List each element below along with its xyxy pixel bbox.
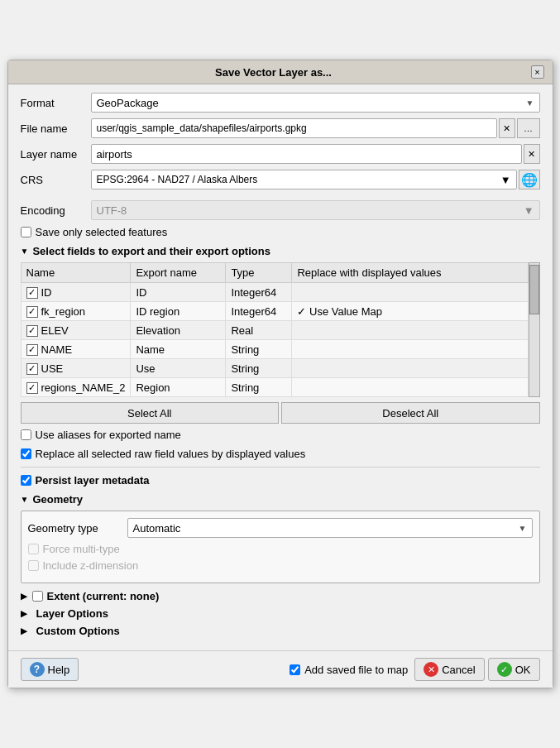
force-multi-row: Force multi-type [28,543,533,555]
field-type-cell: Real [226,321,292,340]
table-row: ✓ ID ID Integer64 [21,283,528,302]
filename-input[interactable]: user/qgis_sample_data/shapefiles/airport… [91,118,497,138]
field-checkbox[interactable]: ✓ [26,325,38,337]
layer-options-arrow: ▶ [21,609,27,618]
use-aliases-label: Use aliases for exported name [36,429,181,441]
field-replace-cell [292,283,528,302]
layername-value: airports [97,148,132,161]
geometry-type-combo[interactable]: Automatic ▼ [127,518,533,538]
custom-options-label: Custom Options [36,625,120,637]
field-export-cell: Elevation [131,321,226,340]
layername-label: Layer name [21,148,91,161]
save-selected-checkbox[interactable] [21,227,31,237]
select-all-button[interactable]: Select All [21,402,280,424]
help-icon: ? [30,662,45,677]
layername-input[interactable]: airports [91,144,522,164]
extent-arrow: ▶ [21,592,27,601]
field-export-cell: ID region [131,302,226,321]
include-z-row: Include z-dimension [28,559,533,572]
field-checkbox[interactable]: ✓ [26,344,38,356]
layername-clear-button[interactable]: ✕ [524,144,540,164]
filename-control: user/qgis_sample_data/shapefiles/airport… [91,118,540,138]
format-value: GeoPackage [97,97,159,109]
scrollbar-thumb [529,265,539,314]
add-to-map-row: Add saved file to map [290,664,408,676]
format-row: Format GeoPackage ▼ [21,93,540,113]
geometry-type-row: Geometry type Automatic ▼ [28,518,533,538]
field-replace-cell [292,321,528,340]
fields-table: Name Export name Type Replace with displ… [21,262,529,397]
geometry-combo-arrow: ▼ [519,524,527,533]
filename-clear-button[interactable]: ✕ [499,118,515,138]
help-button[interactable]: ? Help [21,658,79,681]
add-to-map-label: Add saved file to map [304,664,408,676]
deselect-all-button[interactable]: Deselect All [281,402,540,424]
format-label: Format [21,97,91,109]
use-aliases-row: Use aliases for exported name [21,429,540,441]
layername-row: Layer name airports ✕ [21,144,540,164]
geometry-title: Geometry [32,493,83,506]
save-vector-dialog: Save Vector Layer as... × Format GeoPack… [7,60,553,688]
replace-values-row: Replace all selected raw field values by… [21,448,540,460]
replace-values-label: Replace all selected raw field values by… [36,448,306,460]
persist-metadata-row: Persist layer metadata [21,474,540,487]
field-export-cell: Use [131,359,226,378]
cancel-button[interactable]: ✕ Cancel [414,658,484,681]
geometry-section-header: ▼ Geometry [21,493,540,506]
add-to-map-checkbox[interactable] [290,664,300,675]
cancel-icon: ✕ [424,662,438,677]
table-row: ✓ NAME Name String [21,340,528,359]
format-combo[interactable]: GeoPackage ▼ [91,93,540,113]
persist-metadata-checkbox[interactable] [21,475,31,486]
select-buttons-row: Select All Deselect All [21,402,540,424]
crs-value: EPSG:2964 - NAD27 / Alaska Albers [97,174,258,185]
encoding-combo-arrow: ▼ [524,204,534,217]
encoding-row: Encoding UTF-8 ▼ [21,200,540,220]
dialog-title: Save Vector Layer as... [17,66,531,79]
crs-combo[interactable]: EPSG:2964 - NAD27 / Alaska Albers ▼ [91,170,517,189]
encoding-value: UTF-8 [97,204,127,217]
field-name-cell: ✓ NAME [21,340,131,359]
field-name-cell: ✓ ELEV [21,321,131,340]
col-type: Type [226,263,292,283]
fields-scrollbar[interactable] [529,262,540,397]
force-multi-checkbox [28,544,39,554]
field-name-cell: ✓ USE [21,359,131,378]
table-row: ✓ ELEV Elevation Real [21,321,528,340]
field-checkbox[interactable]: ✓ [26,382,38,394]
field-checkbox[interactable]: ✓ [26,306,38,318]
select-fields-arrow[interactable]: ▼ [21,247,29,256]
field-type-cell: String [226,378,292,397]
fields-table-area: Name Export name Type Replace with displ… [21,262,540,397]
crs-combo-arrow: ▼ [500,174,511,186]
field-checkbox[interactable]: ✓ [26,363,38,375]
layer-options-row[interactable]: ▶ Layer Options [21,607,540,620]
filename-label: File name [21,122,91,135]
force-multi-label: Force multi-type [43,543,120,555]
custom-options-row[interactable]: ▶ Custom Options [21,625,540,637]
extent-checkbox[interactable] [32,591,43,602]
geometry-arrow[interactable]: ▼ [21,495,29,504]
field-replace-cell [292,340,528,359]
use-aliases-checkbox[interactable] [21,429,31,440]
extent-row[interactable]: ▶ Extent (current: none) [21,590,540,602]
fields-table-wrap: Name Export name Type Replace with displ… [21,262,529,397]
filename-browse-button[interactable]: … [517,118,540,138]
format-control: GeoPackage ▼ [91,93,540,113]
layername-control: airports ✕ [91,144,540,164]
crs-control: EPSG:2964 - NAD27 / Alaska Albers ▼ 🌐 [91,170,540,189]
separator-1 [21,467,540,468]
dialog-body: Format GeoPackage ▼ File name user/qgis_… [8,84,553,650]
custom-options-arrow: ▶ [21,626,27,635]
field-name-cell: ✓ regions_NAME_2 [21,378,131,397]
geometry-type-label: Geometry type [28,522,127,535]
crs-icon-button[interactable]: 🌐 [519,170,540,189]
field-checkbox[interactable]: ✓ [26,287,38,299]
ok-button[interactable]: ✓ OK [488,658,540,681]
replace-values-checkbox[interactable] [21,448,31,459]
close-button[interactable]: × [531,65,544,79]
field-export-cell: Region [131,378,226,397]
field-export-cell: ID [131,283,226,302]
col-export: Export name [131,263,226,283]
field-type-cell: Integer64 [226,302,292,321]
